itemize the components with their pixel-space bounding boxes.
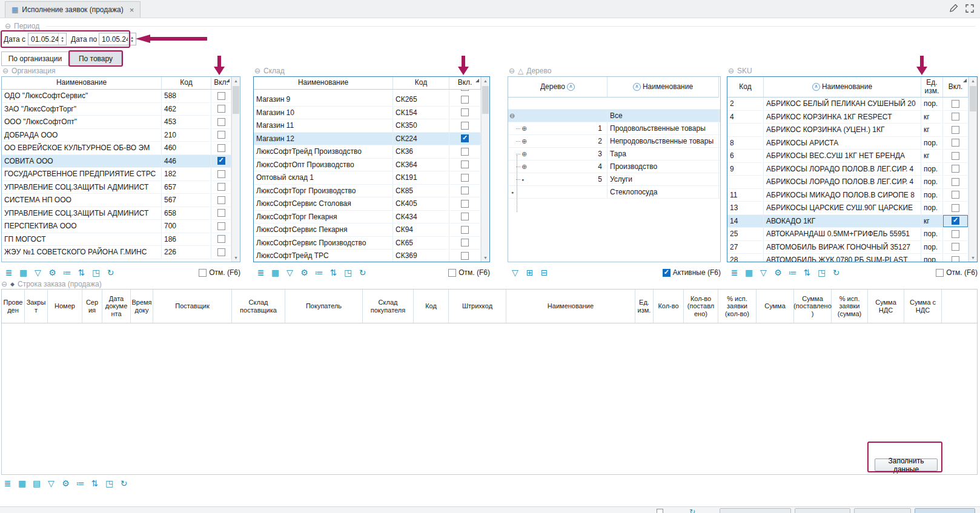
include-checkbox[interactable] (461, 174, 469, 182)
tree-row[interactable]: ⊕2Непродовольственные товары (508, 135, 720, 148)
include-checkbox[interactable] (217, 105, 225, 113)
table-view-icon[interactable]: ▦ (269, 266, 282, 279)
filter-icon[interactable]: ▽ (31, 266, 44, 279)
sku-footer-checkbox[interactable] (936, 269, 944, 277)
column-header-name[interactable]: Наименование (608, 77, 719, 98)
column-header[interactable]: Дата докуме нта (102, 290, 131, 323)
table-row[interactable]: 6АБРИКОСЫ ВЕС.СУШ 1КГ НЕТ БРЕНДАкг (727, 150, 968, 163)
numbered-list-icon[interactable]: ≔ (313, 266, 325, 279)
column-header-incl[interactable]: Вкл. (449, 77, 481, 90)
column-header[interactable]: Сумма (поставлено ) (794, 290, 832, 323)
open-window-icon[interactable]: ◳ (342, 266, 354, 279)
include-checkbox[interactable] (461, 226, 469, 234)
sort-asc-icon[interactable] (812, 83, 820, 91)
column-header[interactable]: Номер (48, 290, 82, 323)
settings-icon[interactable]: ⚙ (298, 266, 311, 279)
column-header[interactable]: Склад поставщика (232, 290, 285, 323)
tree-row[interactable]: ●Стеклопосуда (508, 186, 720, 199)
include-checkbox[interactable] (952, 100, 959, 108)
vertical-scrollbar[interactable] (968, 77, 977, 262)
include-checkbox[interactable] (217, 92, 225, 100)
open-window-icon[interactable]: ◳ (90, 266, 102, 279)
include-checkbox[interactable] (461, 213, 469, 220)
table-row[interactable]: АБРИКОС КОРЗИНКА (УЦЕН.) 1КГкг (727, 124, 968, 137)
scroll-up-icon[interactable] (482, 77, 489, 85)
table-row[interactable]: Магазин 12СК224 (254, 133, 481, 146)
include-checkbox[interactable] (217, 144, 225, 152)
table-row[interactable]: ДОБРАДА ООО210 (2, 129, 231, 142)
filter-icon[interactable]: ▽ (757, 266, 770, 279)
column-header[interactable]: Сумма с НДС (904, 290, 942, 323)
date-from-spinner-icon[interactable] (58, 33, 66, 45)
open-window-icon[interactable]: ◳ (103, 477, 116, 489)
table-row[interactable]: Оптовый склад 1СК191 (254, 171, 481, 185)
partial-button[interactable] (854, 508, 911, 513)
table-row[interactable]: 8АБРИКОСЫ АРИСТАпор. (727, 137, 968, 150)
mark-f6-control[interactable]: Отм. (F6) (448, 268, 490, 277)
scroll-down-icon[interactable] (232, 254, 240, 262)
column-header[interactable]: Склад покупателя (363, 290, 414, 323)
expand-node-icon[interactable]: ⊕ (521, 163, 527, 171)
table-row[interactable]: 28АВТОМОБИЛЬ ЖУК 0780 РБ SUM-PLASTпор. (727, 254, 968, 262)
include-checkbox[interactable] (217, 196, 225, 204)
include-checkbox[interactable] (952, 204, 959, 212)
edit-icon[interactable] (949, 4, 958, 15)
table-row[interactable]: 2АБРИКОС БЕЛЫЙ ПЕЛИКАН СУШЕНЫЙ 20пор. (727, 98, 968, 111)
column-header[interactable]: Поставщик (153, 290, 232, 323)
column-header[interactable]: Кол-во (поставл ено) (684, 290, 718, 323)
scroll-up-icon[interactable] (232, 77, 240, 85)
mark-f6-control[interactable]: Отм. (F6) (936, 268, 978, 277)
column-header-incl[interactable]: Вкл. (211, 77, 231, 90)
column-header[interactable]: Сумма НДС (868, 290, 904, 323)
column-header-name[interactable]: Наименование (254, 77, 393, 90)
include-checkbox[interactable] (217, 248, 225, 256)
column-header[interactable]: Прове ден (2, 290, 25, 323)
include-checkbox[interactable] (461, 252, 469, 260)
table-row[interactable]: ЛюксСофтОпт ПроизводствоСК364 (254, 159, 481, 172)
table-row[interactable]: ЛюксСофтТорг ПекарняСК434 (254, 211, 481, 224)
include-checkbox[interactable] (952, 256, 959, 262)
mark-f6-control[interactable]: Отм. (F6) (199, 268, 240, 277)
tab-by-organization[interactable]: По организации (1, 51, 69, 66)
include-checkbox[interactable] (217, 209, 225, 217)
fill-data-button[interactable]: Заполнить данные (875, 458, 938, 471)
table-row[interactable]: Магазин 9СК265 (254, 93, 481, 107)
table-row[interactable]: УПРАВЛЕНИЕ СОЦ.ЗАЩИТЫ АДМИНИСТ657 (2, 181, 231, 194)
column-header[interactable]: Время доку (131, 290, 153, 323)
include-checkbox[interactable] (461, 239, 469, 247)
include-checkbox[interactable] (217, 183, 225, 191)
include-checkbox[interactable] (952, 152, 959, 160)
numbered-list-icon[interactable]: ≔ (74, 477, 87, 489)
expand-node-icon[interactable]: ⊕ (521, 137, 527, 145)
refresh-icon[interactable]: ↻ (118, 477, 130, 489)
close-tab-icon[interactable]: × (130, 5, 134, 15)
table-row[interactable]: ООО "ЛюксСофтОпт"453 (2, 116, 231, 129)
open-window-icon[interactable]: ◳ (815, 266, 828, 279)
tree-row[interactable]: ●5Услуги (508, 173, 720, 186)
active-f6-control[interactable]: Активные (F6) (663, 268, 721, 277)
include-checkbox[interactable] (952, 217, 959, 225)
include-checkbox[interactable] (217, 118, 225, 126)
date-to-input[interactable]: 10.05.24 (99, 33, 136, 45)
table-row[interactable]: ЛюксСофтСервис СтоловаяСК405 (254, 197, 481, 211)
include-checkbox[interactable] (952, 126, 959, 134)
table-row[interactable]: 27АВТОМОБИЛЬ ВИРАЖ ГОНОЧНЫЙ 35127пор. (727, 241, 968, 254)
partial-checkbox[interactable] (657, 509, 663, 513)
include-checkbox[interactable] (461, 187, 469, 194)
filter-icon[interactable]: ▽ (45, 477, 58, 489)
partial-button[interactable] (795, 508, 850, 513)
card-view-icon[interactable]: ≣ (254, 266, 267, 279)
expand-node-icon[interactable]: ⊕ (521, 125, 527, 133)
column-header[interactable]: Сер ия (82, 290, 102, 323)
column-header[interactable]: Кол-во (654, 290, 684, 323)
column-header-incl[interactable]: Вкл. (943, 77, 968, 98)
table-row[interactable]: СИСТЕМА НП ООО567 (2, 194, 231, 207)
collapse-icon[interactable]: ⊖ (509, 67, 515, 75)
tree-row[interactable]: ⊕4Производство (508, 161, 720, 173)
include-checkbox[interactable] (461, 134, 469, 142)
column-header[interactable]: Покупатель (285, 290, 363, 323)
partial-button[interactable] (720, 508, 791, 513)
column-header[interactable]: Код (414, 290, 449, 323)
column-header-unit[interactable]: Ед. изм. (921, 77, 943, 98)
tree-row[interactable]: ⊕3Тара (508, 148, 720, 161)
